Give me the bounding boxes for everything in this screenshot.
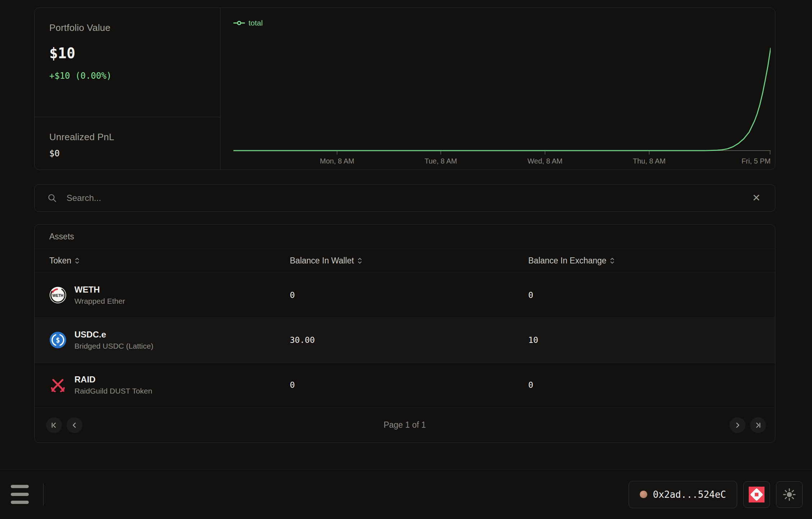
balance-in-exchange-value: 10 xyxy=(528,335,775,345)
balance-in-wallet-value: 0 xyxy=(290,380,528,390)
footer-divider xyxy=(43,483,44,506)
hamburger-icon xyxy=(11,493,29,496)
assets-table-header: Token Balance In Wallet Balance In Excha… xyxy=(35,249,775,273)
column-header-token[interactable]: Token xyxy=(35,256,290,266)
theme-toggle-button[interactable] xyxy=(776,481,803,508)
chevron-left-icon xyxy=(70,421,78,429)
pagination-right-group xyxy=(730,417,766,433)
token-cell: WETH WETH Wrapped Ether xyxy=(35,285,290,306)
assets-title: Assets xyxy=(49,232,74,242)
balance-in-wallet-value: 30.00 xyxy=(290,335,528,345)
chevron-right-icon xyxy=(734,421,742,429)
svg-text:Wed, 8 AM: Wed, 8 AM xyxy=(528,157,562,165)
portfolio-chart-pane: total Mon, 8 AMTue, 8 AMWed, 8 AMThu, 8 … xyxy=(220,8,775,170)
first-page-icon xyxy=(50,421,58,429)
last-page-icon xyxy=(754,421,762,429)
usdc-token-icon: $ xyxy=(49,331,67,349)
token-symbol: WETH xyxy=(74,285,125,295)
portfolio-summary-card: Portfolio Value $10 +$10 (0.00%) Unreali… xyxy=(34,8,775,170)
portfolio-line-chart: Mon, 8 AMTue, 8 AMWed, 8 AMThu, 8 AMFri,… xyxy=(233,8,771,168)
portfolio-value-block: Portfolio Value $10 +$10 (0.00%) xyxy=(35,8,220,117)
pagination: Page 1 of 1 xyxy=(35,408,775,442)
token-name: Bridged USDC (Lattice) xyxy=(74,342,153,350)
unrealized-pnl-block: Unrealized PnL $0 xyxy=(35,117,220,170)
weth-token-icon: WETH xyxy=(49,286,67,304)
sun-icon xyxy=(783,488,796,501)
raid-crossed-swords-icon xyxy=(49,376,67,394)
token-text: RAID RaidGuild DUST Token xyxy=(74,375,152,395)
token-cell: $ USDC.e Bridged USDC (Lattice) xyxy=(35,330,290,350)
table-row-raid[interactable]: RAID RaidGuild DUST Token 0 0 xyxy=(35,363,775,408)
svg-text:Tue, 8 AM: Tue, 8 AM xyxy=(424,157,457,165)
balance-in-exchange-value: 0 xyxy=(528,380,775,390)
x-axis-labels: Mon, 8 AMTue, 8 AMWed, 8 AMThu, 8 AMFri,… xyxy=(320,157,771,165)
wallet-address: 0x2ad...524eC xyxy=(653,489,726,500)
token-name: RaidGuild DUST Token xyxy=(74,387,152,395)
main-content: Portfolio Value $10 +$10 (0.00%) Unreali… xyxy=(34,8,775,443)
balance-in-exchange-value: 0 xyxy=(528,290,775,300)
total-series-line xyxy=(233,48,771,151)
token-symbol: USDC.e xyxy=(74,330,153,340)
assets-title-row: Assets xyxy=(35,225,775,249)
search-clear-icon[interactable]: ✕ xyxy=(751,192,762,205)
svg-text:WETH: WETH xyxy=(53,293,64,298)
svg-text:$: $ xyxy=(56,336,60,344)
portfolio-value-label: Portfolio Value xyxy=(49,22,206,33)
token-text: WETH Wrapped Ether xyxy=(74,285,125,306)
unrealized-pnl-label: Unrealized PnL xyxy=(49,132,206,143)
first-page-button[interactable] xyxy=(46,417,62,433)
search-input[interactable] xyxy=(67,193,751,203)
token-cell: RAID RaidGuild DUST Token xyxy=(35,375,290,395)
previous-page-button[interactable] xyxy=(67,417,82,433)
table-row-usdce[interactable]: $ USDC.e Bridged USDC (Lattice) 30.00 10 xyxy=(35,318,775,363)
sort-icon xyxy=(357,257,362,264)
column-header-balance-in-wallet[interactable]: Balance In Wallet xyxy=(290,256,528,266)
wallet-avatar xyxy=(640,491,647,498)
portfolio-change: +$10 (0.00%) xyxy=(49,71,206,81)
hamburger-icon xyxy=(11,501,29,504)
unrealized-pnl-value: $0 xyxy=(49,148,206,159)
token-symbol: RAID xyxy=(74,375,152,385)
assets-card: Assets Token Balance In Wallet Balance I xyxy=(34,224,775,443)
wallet-address-button[interactable]: 0x2ad...524eC xyxy=(629,481,738,508)
bottom-bar: 0x2ad...524eC xyxy=(0,469,812,519)
svg-text:Fri, 5 PM: Fri, 5 PM xyxy=(742,157,771,165)
portfolio-dashboard: Portfolio Value $10 +$10 (0.00%) Unreali… xyxy=(0,0,812,519)
token-text: USDC.e Bridged USDC (Lattice) xyxy=(74,330,153,350)
stats-pane: Portfolio Value $10 +$10 (0.00%) Unreali… xyxy=(35,8,220,170)
sort-icon xyxy=(74,257,80,264)
svg-text:Mon, 8 AM: Mon, 8 AM xyxy=(320,157,355,165)
menu-button[interactable] xyxy=(11,485,29,504)
footer-right-group: 0x2ad...524eC xyxy=(629,481,803,508)
network-button[interactable] xyxy=(743,481,770,508)
portfolio-value: $10 xyxy=(49,45,206,61)
hamburger-icon xyxy=(11,485,29,488)
pagination-left-group xyxy=(46,417,82,433)
search-bar: ✕ xyxy=(34,184,775,212)
sort-icon xyxy=(610,257,615,264)
balance-in-wallet-value: 0 xyxy=(290,290,528,300)
lattice-chain-icon xyxy=(749,487,765,502)
token-name: Wrapped Ether xyxy=(74,297,125,306)
column-header-balance-in-exchange[interactable]: Balance In Exchange xyxy=(528,256,775,266)
table-row-weth[interactable]: WETH WETH Wrapped Ether 0 0 xyxy=(35,273,775,318)
x-axis-ticks xyxy=(337,151,770,155)
search-icon xyxy=(47,193,57,203)
page-indicator: Page 1 of 1 xyxy=(384,420,426,430)
next-page-button[interactable] xyxy=(730,417,745,433)
svg-text:Thu, 8 AM: Thu, 8 AM xyxy=(633,157,666,165)
last-page-button[interactable] xyxy=(750,417,766,433)
